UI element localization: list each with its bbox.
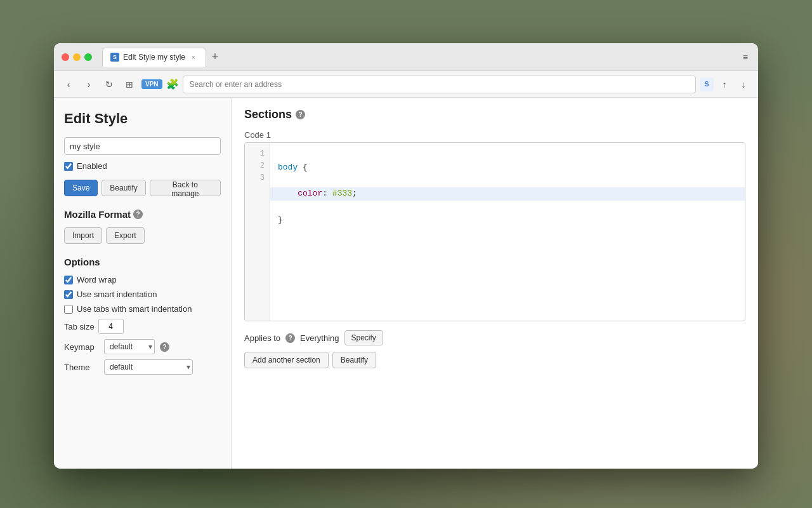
beautify-button[interactable]: Beautify xyxy=(102,180,145,196)
line-number-1: 1 xyxy=(250,148,265,160)
tab-close-icon[interactable]: × xyxy=(189,53,198,62)
add-another-section-button[interactable]: Add another section xyxy=(244,352,329,368)
style-name-input[interactable] xyxy=(64,137,221,155)
code-area: 1 2 3 body { color: #333; } xyxy=(245,143,745,321)
options-title: Options xyxy=(64,257,221,267)
code-line-3: } xyxy=(278,214,737,227)
line-number-3: 3 xyxy=(250,172,265,184)
word-wrap-label: Word wrap xyxy=(77,275,117,284)
keymap-select-wrapper: default vim emacs ▾ xyxy=(104,339,155,354)
maximize-button[interactable] xyxy=(84,53,92,61)
sidebar-title: Edit Style xyxy=(64,110,221,127)
code-editor: 1 2 3 body { color: #333; } xyxy=(244,142,745,321)
theme-row: Theme default dark light ▾ xyxy=(64,359,221,375)
tab-size-label: Tab size xyxy=(64,322,95,331)
vpn-badge[interactable]: VPN xyxy=(141,79,162,89)
tab-favicon: S xyxy=(110,53,119,62)
nav-right-icons: S ↑ ↓ xyxy=(700,76,752,93)
back-to-manage-button[interactable]: Back to manage xyxy=(150,180,221,196)
enabled-label: Enabled xyxy=(77,161,107,171)
applies-to-label: Applies to xyxy=(244,333,280,343)
line-numbers: 1 2 3 xyxy=(245,143,270,321)
smart-indentation-checkbox[interactable] xyxy=(64,290,73,299)
beautify-section-button[interactable]: Beautify xyxy=(332,352,376,368)
specify-button[interactable]: Specify xyxy=(344,330,383,345)
word-wrap-checkbox[interactable] xyxy=(64,276,73,284)
refresh-button[interactable]: ↻ xyxy=(101,76,117,93)
new-tab-button[interactable]: + xyxy=(206,48,224,66)
share-icon[interactable]: ↑ xyxy=(716,76,733,93)
download-icon[interactable]: ↓ xyxy=(735,76,752,93)
mozilla-format-help-icon[interactable]: ? xyxy=(133,210,143,219)
nav-bar: ‹ › ↻ ⊞ VPN 🧩 S ↑ ↓ xyxy=(54,71,758,98)
smart-indentation-row: Use smart indentation xyxy=(64,290,221,299)
sections-header: Sections ? xyxy=(244,108,745,121)
back-button[interactable]: ‹ xyxy=(60,76,77,93)
import-button[interactable]: Import xyxy=(64,227,102,244)
keymap-label: Keymap xyxy=(64,342,99,352)
code-label: Code 1 xyxy=(244,130,745,140)
forward-button[interactable]: › xyxy=(81,76,97,93)
minimize-button[interactable] xyxy=(73,53,81,61)
title-bar-actions: ≡ xyxy=(740,50,750,65)
save-button[interactable]: Save xyxy=(64,180,98,196)
tab-title: Edit Style my style xyxy=(123,53,185,62)
enabled-row: Enabled xyxy=(64,161,221,171)
puzzle-icon[interactable]: 🧩 xyxy=(166,78,179,90)
sections-help-icon[interactable]: ? xyxy=(296,110,305,119)
grid-button[interactable]: ⊞ xyxy=(121,76,138,93)
sidebar: Edit Style Enabled Save Beautify Back to… xyxy=(54,98,232,469)
tab-size-input[interactable] xyxy=(98,319,124,334)
code-line-2: color: #333; xyxy=(270,187,745,201)
close-button[interactable] xyxy=(62,53,69,61)
theme-select[interactable]: default dark light xyxy=(104,359,193,375)
browser-window: S Edit Style my style × + ≡ ‹ › ↻ ⊞ VPN … xyxy=(54,43,758,469)
mozilla-format-buttons: Import Export xyxy=(64,227,221,244)
main-content: Edit Style Enabled Save Beautify Back to… xyxy=(54,98,758,469)
tabs-smart-indentation-row: Use tabs with smart indentation xyxy=(64,304,221,314)
theme-select-wrapper: default dark light ▾ xyxy=(104,359,193,375)
active-tab[interactable]: S Edit Style my style × xyxy=(102,48,206,67)
code-line-1: body { xyxy=(278,161,737,175)
enabled-checkbox[interactable] xyxy=(64,162,73,171)
applies-row: Applies to ? Everything Specify xyxy=(244,330,745,345)
mozilla-format-title: Mozilla Format ? xyxy=(64,209,221,220)
applies-everything-radio[interactable]: Everything xyxy=(300,333,339,343)
applies-to-help-icon[interactable]: ? xyxy=(285,333,295,343)
smart-indentation-label: Use smart indentation xyxy=(77,290,157,299)
tab-size-row: Tab size xyxy=(64,319,221,334)
stylus-icon[interactable]: S xyxy=(700,77,714,91)
tab-area: S Edit Style my style × + xyxy=(102,48,735,67)
save-buttons-row: Save Beautify Back to manage xyxy=(64,180,221,196)
code-content[interactable]: body { color: #333; } xyxy=(270,143,745,321)
bottom-actions: Add another section Beautify xyxy=(244,352,745,368)
keymap-row: Keymap default vim emacs ▾ ? xyxy=(64,339,221,354)
word-wrap-row: Word wrap xyxy=(64,275,221,284)
hamburger-icon[interactable]: ≡ xyxy=(740,50,750,65)
tabs-smart-indentation-checkbox[interactable] xyxy=(64,305,73,314)
line-number-2: 2 xyxy=(250,160,265,172)
keymap-select[interactable]: default vim emacs xyxy=(104,339,155,354)
theme-label: Theme xyxy=(64,363,99,372)
export-button[interactable]: Export xyxy=(106,227,145,244)
address-input[interactable] xyxy=(183,76,696,93)
traffic-lights xyxy=(62,53,92,61)
sections-title: Sections xyxy=(244,108,292,121)
options-section: Word wrap Use smart indentation Use tabs… xyxy=(64,275,221,375)
sections-panel: Sections ? Code 1 1 2 3 body { color: #3… xyxy=(232,98,758,469)
tabs-smart-indentation-label: Use tabs with smart indentation xyxy=(77,304,192,314)
title-bar: S Edit Style my style × + ≡ xyxy=(54,43,758,71)
keymap-help-icon[interactable]: ? xyxy=(160,342,169,352)
